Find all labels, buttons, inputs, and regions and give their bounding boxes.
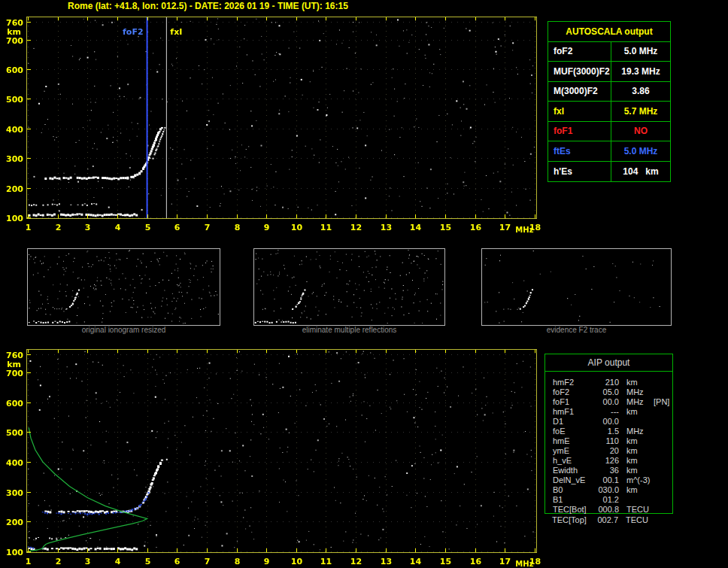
autoscala-app-window: Rome (lat: +41.8, lon: 012.5) - DATE: 20… <box>0 0 728 568</box>
param-name: foF1 <box>553 397 592 407</box>
aip-row-TECBot: TEC[Bot] 000.8 TECU <box>545 505 672 515</box>
param-value: --- <box>592 407 619 417</box>
param-value: 030.0 <box>592 485 619 495</box>
param-value: 5.7 MHz <box>611 102 670 121</box>
autoscala-row-M3000F2: M(3000)F2 3.86 <box>548 82 670 102</box>
param-name: TEC[Top] <box>552 515 591 525</box>
param-value: 00.0 <box>592 397 619 407</box>
top-ionogram-plot <box>3 15 541 236</box>
param-label: h'Es <box>548 162 611 182</box>
param-unit: m^(-3) <box>626 475 652 485</box>
autoscala-row-fxI: fxI 5.7 MHz <box>548 102 670 122</box>
aip-row-B1: B1 01.2 <box>545 495 672 505</box>
param-name: foE <box>553 427 592 436</box>
param-name: B0 <box>553 485 592 495</box>
param-unit: km <box>626 436 652 446</box>
aip-row-h_vE: h_vE 126 km <box>545 456 672 466</box>
param-value: 1.5 <box>592 427 619 436</box>
param-name: hmF1 <box>553 407 592 417</box>
param-value: 3.86 <box>611 82 670 102</box>
param-name: ymE <box>553 446 592 456</box>
param-unit: km <box>626 407 652 417</box>
aip-panel-title: AIP output <box>545 354 672 372</box>
thumbnail-multiple-reflections-removed <box>253 248 445 326</box>
param-value: NO <box>611 122 670 141</box>
aip-row-D1: D1 00.0 <box>545 417 672 427</box>
param-unit: MHz <box>626 387 652 397</box>
aip-row-Ewidth: Ewidth 36 km <box>545 466 672 475</box>
thumbnail-evidence-f2-trace <box>481 248 672 326</box>
param-name: hmE <box>553 436 592 446</box>
param-label: foF2 <box>548 42 611 62</box>
aip-row-DelN_vE: DelN_vE 00.1 m^(-3) <box>545 475 672 485</box>
param-extra: [PN] <box>654 397 669 407</box>
param-unit: km <box>626 466 652 475</box>
aip-row-hmE: hmE 110 km <box>545 436 672 446</box>
param-value: 19.3 MHz <box>611 62 670 81</box>
aip-row-TECTop: TEC[Top] 002.7 TECU <box>544 515 673 525</box>
aip-row-foE: foE 1.5 MHz <box>545 427 672 436</box>
param-value: 00.0 <box>592 417 619 427</box>
param-label: MUF(3000)F2 <box>548 62 611 81</box>
aip-rows: hmF2 210 km foF2 05.0 MHz foF1 00.0 MHz … <box>545 372 672 515</box>
param-name: foF2 <box>553 387 592 397</box>
station-date-time-header: Rome (lat: +41.8, lon: 012.5) - DATE: 20… <box>68 1 348 11</box>
autoscala-row-hEs: h'Es 104 km <box>548 162 670 182</box>
aip-row-ymE: ymE 20 km <box>545 446 672 456</box>
aip-output-panel: AIP output hmF2 210 km foF2 05.0 MHz foF… <box>544 354 673 514</box>
param-label: ftEs <box>548 141 611 161</box>
aip-row-foF2: foF2 05.0 MHz <box>545 387 672 397</box>
param-value: 36 <box>592 466 619 475</box>
param-name: hmF2 <box>553 378 592 387</box>
param-name: B1 <box>553 495 592 505</box>
thumbnail-caption: eliminate multiple reflections <box>253 326 445 334</box>
param-name: TEC[Bot] <box>553 505 592 515</box>
aip-row: TEC[Top] 002.7 TECU <box>544 515 673 525</box>
param-value: 00.1 <box>592 475 619 485</box>
aip-row-foF1: foF1 00.0 MHz [PN] <box>545 397 672 407</box>
param-unit <box>626 495 652 505</box>
param-value: 20 <box>592 446 619 456</box>
autoscala-row-foF2: foF2 5.0 MHz <box>548 42 670 62</box>
thumbnail-caption: evidence F2 trace <box>481 326 672 334</box>
param-unit: TECU <box>626 505 652 515</box>
param-unit: km <box>626 446 652 456</box>
param-unit: TECU <box>626 515 651 525</box>
param-unit: km <box>626 485 652 495</box>
autoscala-row-MUF3000F2: MUF(3000)F2 19.3 MHz <box>548 62 670 82</box>
autoscala-panel-title: AUTOSCALA output <box>548 22 670 42</box>
param-name: Ewidth <box>553 466 592 475</box>
aip-row-hmF2: hmF2 210 km <box>545 378 672 387</box>
thumbnail-original-ionogram <box>27 248 220 326</box>
param-label: foF1 <box>548 122 611 141</box>
param-value: 01.2 <box>592 495 619 505</box>
param-unit: MHz <box>626 427 652 436</box>
param-name: D1 <box>553 417 592 427</box>
param-value: 5.0 MHz <box>611 141 670 161</box>
param-value: 05.0 <box>592 387 619 397</box>
param-unit: MHz <box>626 397 652 407</box>
autoscala-row-ftEs: ftEs 5.0 MHz <box>548 141 670 162</box>
param-name: h_vE <box>553 456 592 466</box>
bottom-ionogram-profile-plot <box>3 348 541 567</box>
param-value: 210 <box>592 378 619 387</box>
param-value: 002.7 <box>591 515 618 525</box>
param-value: 110 <box>592 436 619 446</box>
param-value: 104 km <box>611 162 670 182</box>
param-name: DelN_vE <box>553 475 592 485</box>
param-value: 000.8 <box>592 505 619 515</box>
param-unit: km <box>626 378 652 387</box>
param-unit <box>626 417 652 427</box>
aip-row-B0: B0 030.0 km <box>545 485 672 495</box>
param-unit: km <box>626 456 652 466</box>
param-value: 126 <box>592 456 619 466</box>
thumbnail-caption: original ionogram resized <box>27 326 220 334</box>
param-label: fxI <box>548 102 611 121</box>
autoscala-row-foF1: foF1 NO <box>548 122 670 142</box>
param-label: M(3000)F2 <box>548 82 611 102</box>
aip-row-hmF1: hmF1 --- km <box>545 407 672 417</box>
param-value: 5.0 MHz <box>611 42 670 62</box>
autoscala-output-panel: AUTOSCALA output foF2 5.0 MHz MUF(3000)F… <box>548 21 671 182</box>
